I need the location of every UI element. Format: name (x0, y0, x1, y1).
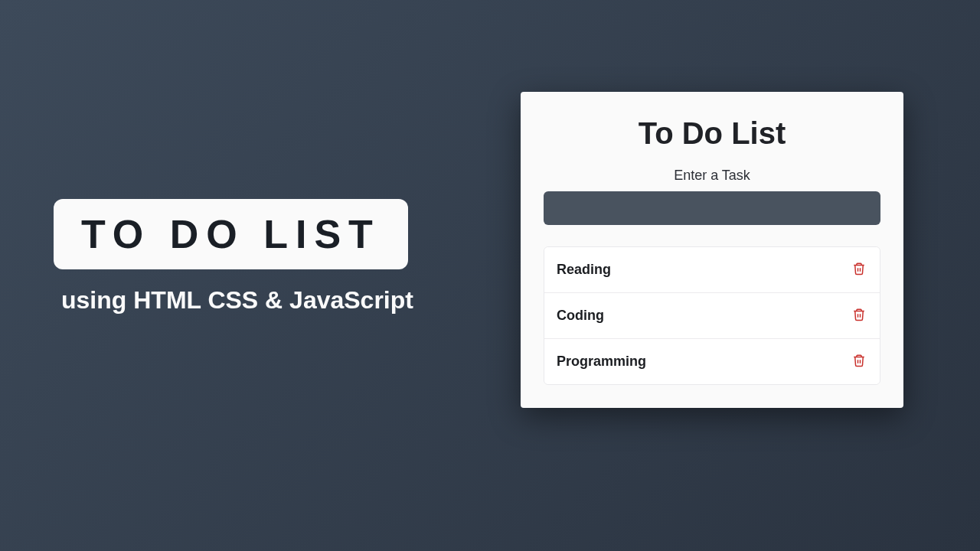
trash-icon (852, 353, 866, 370)
task-input[interactable] (544, 191, 880, 225)
banner-title: TO DO LIST (81, 211, 381, 257)
task-label: Coding (557, 308, 604, 324)
trash-icon (852, 261, 866, 279)
banner-subtitle: using HTML CSS & JavaScript (61, 286, 413, 315)
task-label: Reading (557, 262, 611, 278)
todo-heading: To Do List (544, 116, 880, 151)
delete-task-button[interactable] (851, 305, 867, 326)
delete-task-button[interactable] (851, 259, 867, 280)
banner: TO DO LIST using HTML CSS & JavaScript (54, 199, 413, 315)
todo-card: To Do List Enter a Task Reading Coding (521, 92, 903, 408)
banner-title-card: TO DO LIST (54, 199, 408, 269)
delete-task-button[interactable] (851, 351, 867, 372)
trash-icon (852, 307, 866, 324)
task-row: Reading (544, 247, 880, 293)
task-label: Programming (557, 354, 646, 370)
task-row: Coding (544, 293, 880, 339)
task-input-label: Enter a Task (544, 168, 880, 184)
task-row: Programming (544, 339, 880, 384)
task-list: Reading Coding Programming (544, 246, 880, 385)
